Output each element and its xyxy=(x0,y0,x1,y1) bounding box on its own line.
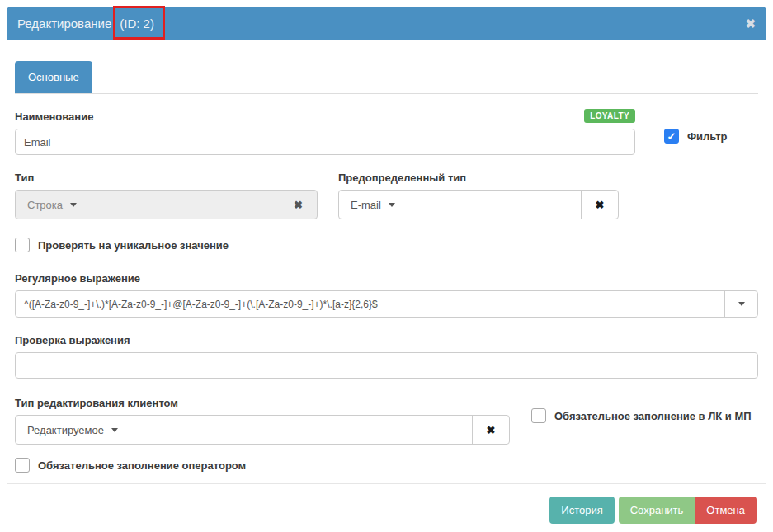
predefined-type-group: E-mail ✖ xyxy=(338,190,619,219)
expression-check-input[interactable] xyxy=(15,352,758,379)
unique-checkbox[interactable] xyxy=(15,238,30,252)
required-lk-mp-label: Обязательное заполнение в ЛК и МП xyxy=(554,410,752,422)
predefined-type-clear-button[interactable]: ✖ xyxy=(581,191,618,219)
edit-dialog: Редактирование (ID: 2) ✖ Основные Наимен… xyxy=(7,7,766,532)
check-icon: ✓ xyxy=(667,131,676,142)
dialog-header: Редактирование (ID: 2) ✖ xyxy=(7,7,766,40)
dialog-title-text: Редактирование xyxy=(17,16,111,31)
dialog-title: Редактирование (ID: 2) xyxy=(17,16,158,31)
required-lk-mp-checkbox-row[interactable]: Обязательное заполнение в ЛК и МП xyxy=(531,408,752,423)
predefined-type-label: Предопределенный тип xyxy=(338,172,619,184)
client-edit-type-select[interactable]: Редактируемое xyxy=(16,416,472,444)
name-field-label: Наименование xyxy=(15,111,93,123)
tab-bar: Основные xyxy=(15,61,758,94)
required-operator-label: Обязательное заполнение оператором xyxy=(38,459,246,472)
unique-checkbox-row[interactable]: Проверять на уникальное значение xyxy=(15,238,758,252)
filter-checkbox-label: Фильтр xyxy=(687,130,728,143)
required-operator-checkbox-row[interactable]: Обязательное заполнение оператором xyxy=(15,458,758,473)
filter-checkbox-row[interactable]: ✓ Фильтр xyxy=(664,129,728,144)
dialog-footer: История Сохранить Отмена xyxy=(7,483,766,524)
client-edit-type-clear-button[interactable]: ✖ xyxy=(472,416,509,444)
loyalty-badge: LOYALTY xyxy=(584,109,635,123)
type-clear-button[interactable]: ✖ xyxy=(280,191,317,219)
expression-check-label: Проверка выражения xyxy=(15,334,758,346)
cancel-button[interactable]: Отмена xyxy=(695,497,757,524)
caret-down-icon xyxy=(389,203,395,207)
close-icon[interactable]: ✖ xyxy=(745,17,756,30)
client-edit-type-label: Тип редактирования клиентом xyxy=(15,397,510,409)
dialog-title-id: (ID: 2) xyxy=(115,16,158,31)
regex-input[interactable] xyxy=(16,291,724,317)
caret-down-icon xyxy=(111,428,118,432)
required-operator-checkbox[interactable] xyxy=(15,458,30,473)
type-select[interactable]: Строка xyxy=(16,191,280,219)
type-field-label: Тип xyxy=(15,172,318,184)
regex-dropdown-toggle[interactable] xyxy=(724,291,757,317)
filter-checkbox[interactable]: ✓ xyxy=(664,129,679,144)
predefined-type-select[interactable]: E-mail xyxy=(339,191,581,219)
tab-main[interactable]: Основные xyxy=(15,61,92,93)
save-button[interactable]: Сохранить xyxy=(619,497,695,524)
history-button[interactable]: История xyxy=(549,497,614,524)
client-edit-type-group: Редактируемое ✖ xyxy=(15,415,510,445)
name-input[interactable] xyxy=(15,129,635,155)
regex-input-group xyxy=(15,290,758,318)
regex-field-label: Регулярное выражение xyxy=(15,272,758,285)
type-select-group: Строка ✖ xyxy=(15,190,318,219)
required-lk-mp-checkbox[interactable] xyxy=(531,408,546,423)
unique-checkbox-label: Проверять на уникальное значение xyxy=(38,239,229,252)
caret-down-icon xyxy=(738,302,745,306)
caret-down-icon xyxy=(70,203,77,207)
